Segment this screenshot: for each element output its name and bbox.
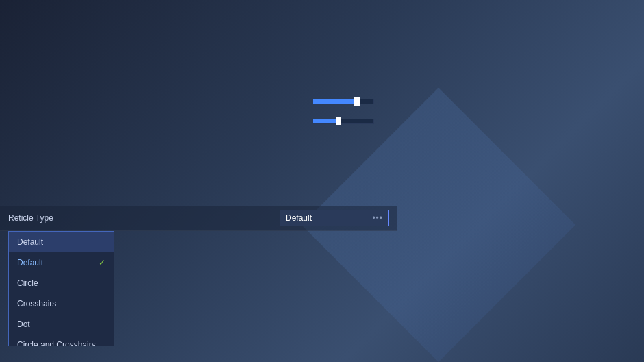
horizontal-slider-track[interactable] [312,99,374,104]
reticle-type-dots: ••• [372,213,383,223]
dropdown-option-circle[interactable]: Circle [9,273,114,293]
vertical-slider-thumb [336,117,341,125]
dropdown-option-crosshairs[interactable]: Crosshairs [9,293,114,314]
option-circle-crosshairs-label: Circle and Crosshairs [17,340,96,346]
reticle-type-container: Reticle Type Default ••• Default Default… [0,206,397,231]
vertical-slider-fill [313,119,338,123]
main-container: ⚙ SETTINGS MATCH DISPLAY AUDIO CONTROLLE… [0,0,644,362]
dropdown-option-circle-crosshairs[interactable]: Circle and Crosshairs [9,335,114,346]
option-circle-label: Circle [17,278,38,288]
dropdown-option-default-header[interactable]: Default [9,232,114,252]
horizontal-slider-fill [313,99,356,104]
dropdown-option-default[interactable]: Default ✓ [9,252,114,273]
option-default-header-label: Default [17,237,43,247]
option-dot-label: Dot [17,319,30,329]
vertical-slider-track[interactable] [312,119,374,124]
reticle-type-row: Reticle Type Default ••• [0,206,397,231]
reticle-type-dropdown[interactable]: Default ••• [280,210,389,226]
option-default-label: Default [17,258,43,267]
horizontal-slider-thumb [354,97,360,106]
dropdown-option-dot[interactable]: Dot [9,314,114,335]
reticle-type-dropdown-open: Default Default ✓ Circle Crosshairs Dot [8,231,114,346]
check-mark-icon: ✓ [99,258,106,267]
reticle-type-value: Default [286,213,312,223]
reticle-type-label: Reticle Type [8,213,280,223]
option-crosshairs-label: Crosshairs [17,299,56,309]
